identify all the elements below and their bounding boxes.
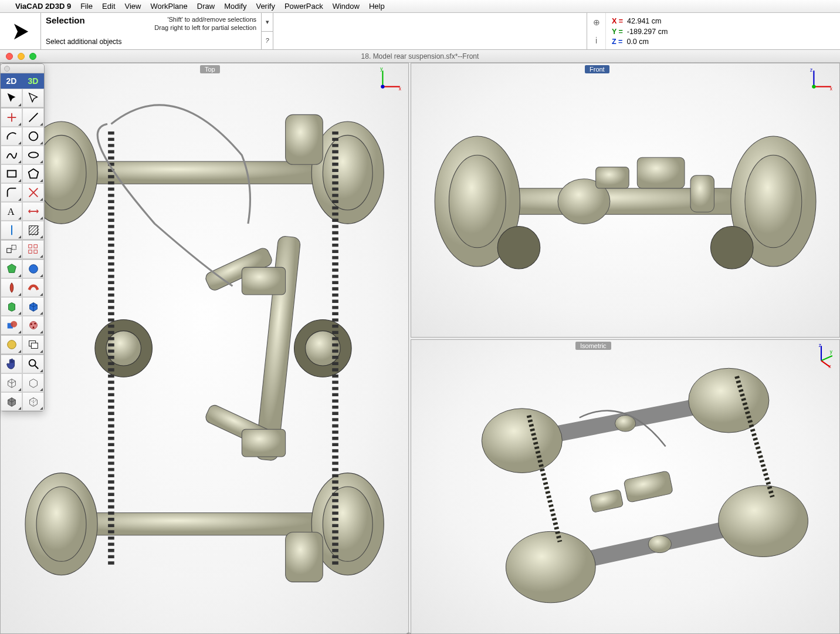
mesh-edit-tool[interactable]: [22, 316, 44, 335]
menu-file[interactable]: File: [80, 2, 93, 11]
viewport-top[interactable]: Top y x: [0, 63, 409, 634]
mode-3d-tab[interactable]: 3D: [22, 73, 44, 89]
menu-window[interactable]: Window: [333, 2, 360, 11]
menu-modify[interactable]: Modify: [224, 2, 246, 11]
svg-point-9: [323, 136, 372, 210]
info-help-toggle[interactable]: ?: [262, 32, 273, 50]
solid-primitive-tools: [1, 259, 44, 335]
construction-line-tool[interactable]: [1, 221, 22, 240]
extrude-tool[interactable]: [1, 297, 22, 316]
array-tool[interactable]: [22, 240, 44, 259]
rectangle-tool[interactable]: [1, 164, 22, 183]
menu-view[interactable]: View: [125, 2, 141, 11]
svg-rect-69: [6, 248, 11, 252]
trim-tool[interactable]: [22, 183, 44, 202]
mode-2d-tab[interactable]: 2D: [1, 73, 22, 89]
move-tool[interactable]: [1, 240, 22, 259]
hidden-line-cube-tool[interactable]: [22, 392, 44, 411]
view-cube-tool[interactable]: [1, 373, 22, 392]
select-outline-tool[interactable]: [22, 89, 44, 107]
material-tool[interactable]: [1, 335, 22, 354]
tool-palette[interactable]: 2D 3D A: [0, 63, 45, 412]
sweep-tool[interactable]: [22, 278, 44, 297]
menu-verify[interactable]: Verify: [256, 2, 275, 11]
circle-tool[interactable]: [22, 127, 44, 146]
cad-model-front: [411, 63, 839, 337]
svg-point-59: [29, 132, 38, 141]
svg-point-50: [506, 531, 595, 602]
window-zoom-button[interactable]: [29, 53, 36, 60]
svg-point-80: [30, 323, 32, 325]
svg-point-60: [28, 152, 38, 157]
viewport-front[interactable]: Front z x: [411, 63, 840, 338]
pan-tool[interactable]: [1, 355, 22, 373]
tool-info-cell: Selection 'Shift' to add/remove selectio…: [41, 13, 262, 49]
menu-workplane[interactable]: WorkPlane: [150, 2, 187, 11]
palette-titlebar[interactable]: [1, 64, 44, 73]
cad-model-iso: [411, 340, 839, 633]
menu-draw[interactable]: Draw: [197, 2, 215, 11]
draw-tools: A: [1, 108, 44, 240]
boolean-tool[interactable]: [1, 316, 22, 335]
svg-point-51: [719, 485, 808, 557]
coord-y-label: Y =: [612, 28, 623, 36]
app-name-menu[interactable]: ViaCAD 2D3D 9: [15, 2, 71, 11]
menu-bar: ViaCAD 2D3D 9 File Edit View WorkPlane D…: [0, 0, 840, 13]
shaded-cube-tool[interactable]: [1, 392, 22, 411]
arc-tool[interactable]: [1, 127, 22, 146]
view-tools: [1, 355, 44, 411]
svg-point-37: [497, 226, 540, 269]
polyhedron-tool[interactable]: [1, 259, 22, 278]
menu-powerpack[interactable]: PowerPack: [284, 2, 323, 11]
svg-rect-23: [242, 429, 285, 457]
coord-z-value: 0.0 cm: [626, 38, 649, 46]
svg-point-82: [32, 326, 34, 328]
menu-edit[interactable]: Edit: [102, 2, 115, 11]
svg-rect-54: [590, 490, 624, 513]
layers-tool[interactable]: [22, 335, 44, 354]
ellipse-tool[interactable]: [22, 146, 44, 164]
hatch-tool[interactable]: [22, 221, 44, 240]
spline-tool[interactable]: [1, 146, 22, 164]
svg-point-48: [482, 409, 562, 473]
svg-marker-62: [28, 169, 38, 178]
palette-close-icon[interactable]: [4, 66, 10, 72]
lathe-tool[interactable]: [1, 278, 22, 297]
coord-mode-icon[interactable]: ⊕: [587, 13, 605, 31]
fillet-tool[interactable]: [1, 183, 22, 202]
window-minimize-button[interactable]: [18, 53, 25, 60]
info-dropdown-toggle[interactable]: ▾: [262, 13, 273, 32]
zoom-tool[interactable]: [22, 355, 44, 373]
coord-y-value: -189.297 cm: [627, 28, 668, 36]
info-toggle-cell: ▾ ?: [262, 13, 273, 49]
coord-info-icon[interactable]: i: [587, 31, 605, 49]
svg-point-55: [648, 535, 671, 552]
viewport-resize-handle-icon[interactable]: ⊕: [405, 630, 412, 634]
coord-x-value: 42.941 cm: [627, 17, 661, 25]
tool-hint-line1: 'Shift' to add/remove selections: [154, 15, 256, 23]
viewport-area: Top y x: [0, 63, 840, 634]
tool-hint: 'Shift' to add/remove selections Drag ri…: [154, 15, 256, 32]
point-tool[interactable]: [1, 108, 22, 127]
utility-tools: [1, 335, 44, 354]
wireframe-cube-tool[interactable]: [22, 373, 44, 392]
selection-cursor-icon: ➤: [12, 19, 29, 43]
dimension-tool[interactable]: [22, 202, 44, 221]
window-close-button[interactable]: [6, 53, 13, 60]
menu-help[interactable]: Help: [369, 2, 385, 11]
coord-z-label: Z =: [612, 38, 622, 46]
box-tool[interactable]: [22, 297, 44, 316]
viewport-isometric[interactable]: Isometric z y x: [411, 339, 840, 634]
svg-point-86: [29, 360, 35, 366]
document-window-titlebar[interactable]: 18. Model rear suspension.sfx*--Front: [0, 50, 840, 63]
sphere-tool[interactable]: [22, 259, 44, 278]
line-tool[interactable]: [22, 108, 44, 127]
polygon-tool[interactable]: [22, 164, 44, 183]
select-solid-tool[interactable]: [1, 89, 22, 107]
svg-point-83: [7, 340, 16, 349]
svg-rect-39: [637, 157, 685, 188]
svg-point-34: [449, 155, 506, 247]
svg-rect-72: [33, 245, 36, 248]
svg-marker-75: [7, 264, 16, 273]
text-tool[interactable]: A: [1, 202, 22, 221]
